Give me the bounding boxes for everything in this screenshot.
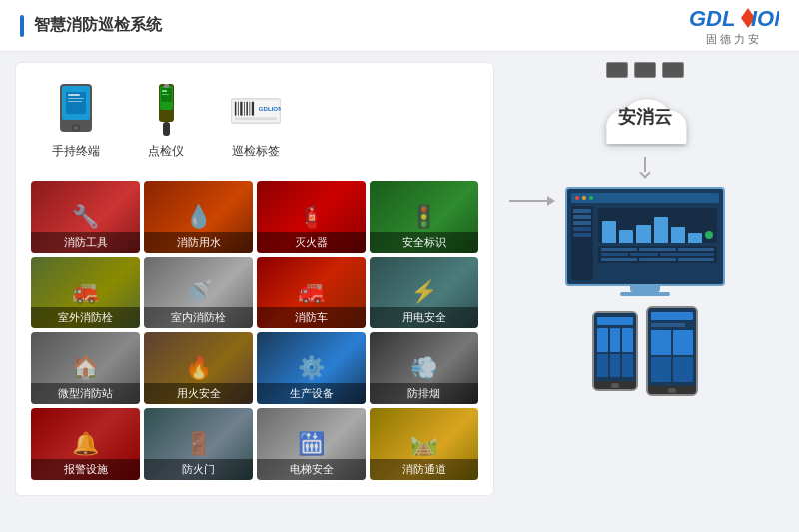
tile-icon-outdoor-hydrant: 🚒: [72, 279, 99, 305]
grid-label-indoor-hydrant: 室内消防栓: [144, 307, 253, 328]
sidebar-item-1: [573, 209, 591, 213]
grid-item-fire-gate[interactable]: 🚪防火门: [144, 408, 253, 480]
grid-item-extinguisher[interactable]: 🧯灭火器: [257, 181, 366, 253]
tile-icon-elevator-safety: 🛗: [298, 431, 325, 457]
tile-icon-fire-truck: 🚒: [298, 279, 325, 305]
phone-1-cell-6: [622, 354, 633, 378]
grid-label-production-equipment: 生产设备: [257, 383, 366, 404]
grid-label-fire-corridor: 消防通道: [370, 459, 478, 480]
device-handheld: 手持终端: [51, 83, 101, 160]
tile-icon-fire-use: 🔥: [185, 355, 212, 381]
phone-2-cell-1: [651, 330, 671, 355]
grid-item-alarm-device[interactable]: 🔔报警设施: [31, 408, 140, 480]
grid-item-fire-corridor[interactable]: 🛤️消防通道: [370, 408, 478, 480]
connector-area: [641, 157, 649, 177]
phone-2-grid: [651, 330, 693, 382]
svg-rect-16: [163, 122, 170, 136]
phone-1: [592, 311, 638, 391]
tile-icon-extinguisher: 🧯: [298, 204, 325, 230]
grid-label-smoke-prevention: 防排烟: [370, 383, 478, 404]
grid-label-firefighting-tools: 消防工具: [31, 232, 140, 253]
inspector-icon: [141, 83, 191, 138]
phone-1-screen: [594, 313, 636, 381]
monitor-topbar: [571, 193, 719, 203]
grid-item-elevator-safety[interactable]: 🛗电梯安全: [257, 408, 366, 480]
category-grid: 🔧消防工具💧消防用水🧯灭火器🚦安全标识🚒室外消防栓🚿室内消防栓🚒消防车⚡用电安全…: [31, 181, 478, 480]
data-cell-2b: [630, 253, 657, 256]
phone-1-home-btn: [611, 383, 619, 388]
tag-icon: GDLION: [231, 83, 281, 138]
phone-1-cell-3: [622, 328, 633, 352]
svg-rect-25: [246, 101, 248, 115]
grid-label-safety-sign: 安全标识: [370, 232, 478, 253]
logo-area: GDL ION 固德力安: [689, 4, 779, 47]
grid-item-outdoor-hydrant[interactable]: 🚒室外消防栓: [31, 257, 140, 328]
grid-item-fire-use[interactable]: 🔥用火安全: [144, 332, 253, 404]
tag-label: 巡检标签: [232, 143, 280, 160]
grid-item-electric-safety[interactable]: ⚡用电安全: [370, 257, 478, 328]
phone-2-screen: [648, 308, 696, 386]
data-row-2: [601, 253, 714, 256]
handheld-label: 手持终端: [52, 143, 100, 160]
grid-item-indoor-hydrant[interactable]: 🚿室内消防栓: [144, 257, 253, 328]
sidebar-item-3: [573, 221, 591, 225]
grid-item-fire-truck[interactable]: 🚒消防车: [257, 257, 366, 328]
grid-label-mini-station: 微型消防站: [31, 383, 140, 404]
svg-rect-17: [164, 84, 169, 88]
brand-logo: GDL ION: [689, 4, 779, 32]
phone-2: [646, 306, 698, 396]
grid-item-fire-water[interactable]: 💧消防用水: [144, 181, 253, 253]
grid-item-firefighting-tools[interactable]: 🔧消防工具: [31, 181, 140, 253]
grid-item-smoke-prevention[interactable]: 💨防排烟: [370, 332, 478, 404]
tile-icon-indoor-hydrant: 🚿: [185, 279, 212, 305]
svg-rect-6: [68, 94, 80, 96]
cloud-device-3: [662, 62, 684, 78]
svg-point-10: [74, 126, 78, 130]
devices-row: 手持终端: [31, 78, 478, 165]
data-cell-1a: [601, 248, 637, 251]
phone-1-home: [594, 381, 636, 389]
inspector-label: 点检仪: [148, 143, 184, 160]
tile-icon-production-equipment: ⚙️: [298, 355, 325, 381]
bar-6: [688, 233, 702, 243]
data-cell-3b: [639, 258, 675, 261]
tile-icon-electric-safety: ⚡: [410, 279, 437, 305]
monitor-chart: [598, 208, 717, 243]
data-cell-1c: [678, 248, 714, 251]
monitor-screen: [565, 187, 725, 286]
phone-2-header: [651, 312, 693, 320]
grid-label-electric-safety: 用电安全: [370, 307, 478, 328]
monitor-wrap: [565, 187, 725, 296]
cloud-section: 安消云: [590, 62, 700, 147]
panel-to-cloud-connector: [509, 200, 549, 202]
tile-icon-safety-sign: 🚦: [410, 204, 437, 230]
data-cell-3a: [601, 258, 637, 261]
monitor-base: [620, 292, 670, 296]
svg-rect-26: [249, 101, 250, 115]
bar-5: [671, 227, 685, 243]
tile-icon-fire-gate: 🚪: [185, 431, 212, 457]
monitor-body: [571, 206, 719, 280]
tile-icon-fire-corridor: 🛤️: [410, 431, 437, 457]
grid-label-fire-water: 消防用水: [144, 232, 253, 253]
sidebar-item-4: [573, 227, 591, 231]
logo-subtitle: 固德力安: [706, 32, 762, 47]
phone-2-cell-3: [651, 357, 671, 382]
page-title: 智慧消防巡检系统: [34, 15, 162, 36]
grid-item-mini-station[interactable]: 🏠微型消防站: [31, 332, 140, 404]
tile-icon-alarm-device: 🔔: [72, 431, 99, 457]
monitor-dot-red: [575, 196, 579, 200]
bar-1: [602, 221, 616, 243]
phone-2-home-btn: [668, 388, 676, 393]
cloud-devices-row: [606, 62, 684, 78]
svg-rect-28: [235, 117, 277, 120]
phone-1-cell-4: [597, 354, 608, 378]
grid-item-safety-sign[interactable]: 🚦安全标识: [370, 181, 478, 253]
phone-1-cell-2: [610, 328, 621, 352]
monitor-dot-yellow: [582, 196, 586, 200]
phone-2-cell-4: [673, 357, 693, 382]
phone-2-subheader: [651, 323, 685, 327]
grid-item-production-equipment[interactable]: ⚙️生产设备: [257, 332, 366, 404]
data-cell-3c: [678, 258, 714, 261]
svg-rect-21: [235, 101, 237, 115]
